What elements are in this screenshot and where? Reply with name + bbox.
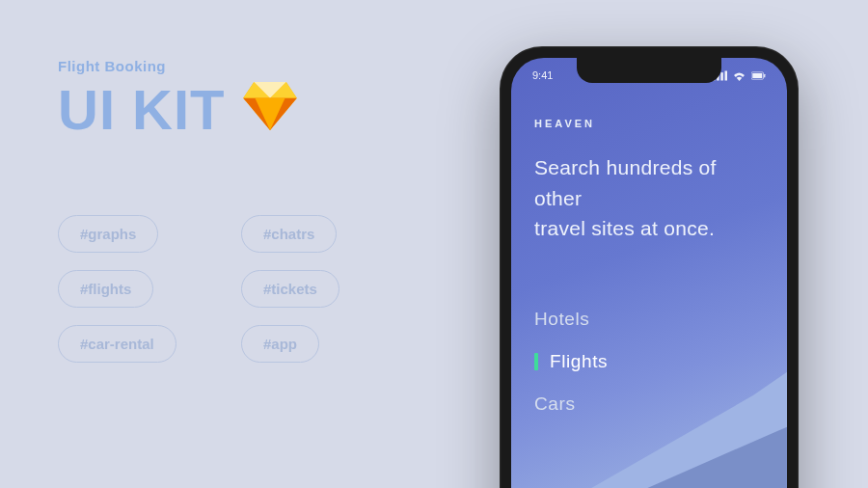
tag-car-rental[interactable]: #car-rental — [58, 325, 176, 363]
nav-label: Flights — [550, 351, 608, 372]
nav-item-cars[interactable]: Cars — [534, 393, 608, 415]
nav-label: Cars — [534, 393, 576, 415]
nav-active-indicator — [534, 353, 538, 370]
tag-flights[interactable]: #flights — [58, 270, 153, 308]
tag-chatrs[interactable]: #chatrs — [241, 215, 337, 253]
sketch-gem-icon — [243, 82, 297, 130]
tag-app[interactable]: #app — [241, 325, 319, 363]
headline-line-2: travel sites at once. — [534, 217, 715, 239]
title-row: UI KIT — [58, 82, 444, 138]
app-brand: HEAVEN — [534, 118, 764, 129]
wifi-icon — [732, 70, 746, 81]
app-headline: Search hundreds of other travel sites at… — [534, 152, 764, 244]
main-title: UI KIT — [58, 82, 226, 138]
svg-rect-13 — [752, 73, 762, 78]
category-nav: Hotels Flights Cars — [534, 309, 608, 415]
phone-notch — [577, 58, 721, 83]
svg-rect-14 — [764, 73, 765, 77]
battery-icon — [751, 70, 766, 81]
subtitle: Flight Booking — [58, 58, 444, 74]
nav-label: Hotels — [534, 309, 589, 330]
status-time: 9:41 — [532, 69, 553, 81]
nav-item-hotels[interactable]: Hotels — [534, 309, 608, 330]
tag-tickets[interactable]: #tickets — [241, 270, 339, 308]
phone-mockup: 9:41 HEAVEN Search hundreds of other tra… — [500, 46, 799, 488]
svg-rect-10 — [720, 72, 723, 80]
screen-content: HEAVEN Search hundreds of other travel s… — [534, 118, 764, 244]
tag-grid: #graphs #chatrs #flights #tickets #car-r… — [58, 215, 444, 363]
phone-screen: 9:41 HEAVEN Search hundreds of other tra… — [511, 58, 787, 488]
nav-item-flights[interactable]: Flights — [534, 351, 608, 372]
tag-graphs[interactable]: #graphs — [58, 215, 158, 253]
headline-line-1: Search hundreds of other — [534, 156, 717, 209]
svg-rect-11 — [725, 70, 728, 80]
promo-left-panel: Flight Booking UI KIT #graphs #chatrs #f… — [58, 58, 444, 363]
